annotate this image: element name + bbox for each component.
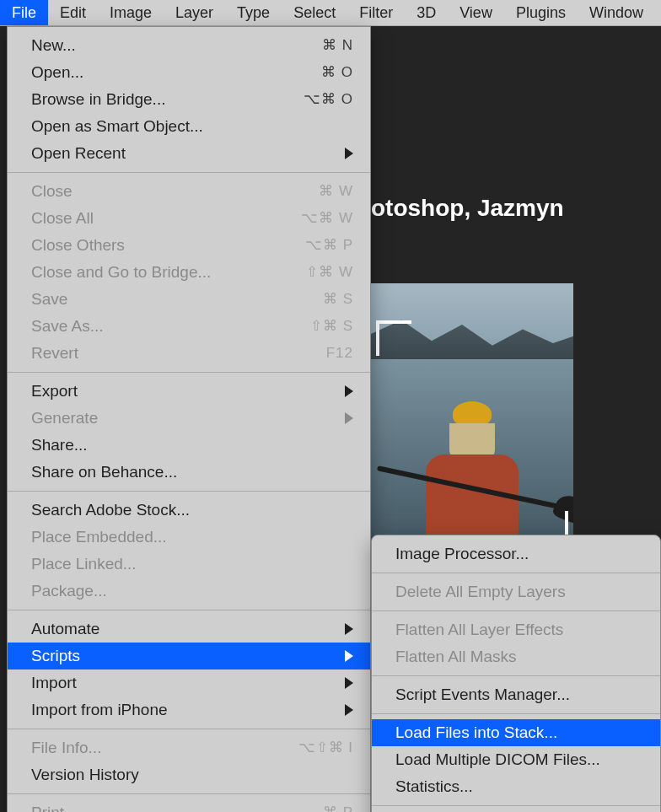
menu-item-label: Print... <box>31 802 78 812</box>
file-menu-item-close-others: Close Others⌥⌘ P <box>8 232 370 259</box>
file-menu-item-separator <box>8 610 370 610</box>
menu-item-shortcut: ⌘ P <box>323 802 353 812</box>
menu-item-label: Place Linked... <box>31 553 137 575</box>
file-menu-item-close-all: Close All⌥⌘ W <box>8 205 370 232</box>
menu-item-shortcut: ⌘ N <box>322 35 353 56</box>
menubar-item-image[interactable]: Image <box>98 0 164 25</box>
menu-item-label: Flatten All Masks <box>395 646 517 668</box>
file-menu-item-file-info: File Info...⌥⇧⌘ I <box>8 734 370 761</box>
scripts-menu-item-separator <box>372 610 660 611</box>
file-menu-item-export[interactable]: Export <box>8 378 370 405</box>
menu-item-label: Revert <box>31 342 78 364</box>
scripts-menu-item-separator <box>372 675 660 676</box>
menubar-item-filter[interactable]: Filter <box>347 0 405 25</box>
file-menu-item-scripts[interactable]: Scripts <box>8 643 370 669</box>
menu-item-label: Place Embedded... <box>31 526 167 548</box>
submenu-arrow-icon <box>345 677 353 689</box>
file-menu-item-share-on-behance[interactable]: Share on Behance... <box>8 459 370 486</box>
menu-item-label: Import from iPhone <box>31 699 168 721</box>
menu-item-label: Image Processor... <box>395 543 529 565</box>
menu-item-label: Load Files into Stack... <box>395 722 557 744</box>
menu-item-label: Load Multiple DICOM Files... <box>395 749 600 771</box>
menubar-item-plugins[interactable]: Plugins <box>504 0 578 25</box>
menu-item-label: Save <box>31 288 67 310</box>
scripts-menu-item-load-multiple-dicom-files[interactable]: Load Multiple DICOM Files... <box>372 746 660 773</box>
menu-item-label: Delete All Empty Layers <box>395 581 566 603</box>
menu-item-shortcut: ⌥⌘ W <box>301 207 353 229</box>
menu-item-label: Close and Go to Bridge... <box>31 261 211 283</box>
menu-item-label: Flatten All Layer Effects <box>395 619 563 641</box>
scripts-menu-item-script-events-manager[interactable]: Script Events Manager... <box>372 681 660 708</box>
file-menu-item-separator <box>8 729 370 729</box>
file-menu-item-import[interactable]: Import <box>8 669 370 696</box>
menu-item-label: Export <box>31 380 78 402</box>
file-menu-item-import-from-iphone[interactable]: Import from iPhone <box>8 696 370 723</box>
submenu-arrow-icon <box>345 385 353 397</box>
menu-item-label: Search Adobe Stock... <box>31 499 190 521</box>
file-menu-item-place-linked: Place Linked... <box>8 551 370 578</box>
scripts-menu-item-statistics[interactable]: Statistics... <box>372 773 660 800</box>
menu-item-label: Import <box>31 672 77 694</box>
file-menu-item-automate[interactable]: Automate <box>8 616 370 643</box>
menubar: FileEditImageLayerTypeSelectFilter3DView… <box>0 0 661 26</box>
file-menu-item-open[interactable]: Open...⌘ O <box>8 59 370 86</box>
menu-item-shortcut: ⇧⌘ W <box>306 261 353 283</box>
menu-item-label: Open Recent <box>31 143 126 164</box>
file-menu-item-save-as: Save As...⇧⌘ S <box>8 313 370 340</box>
menubar-item-layer[interactable]: Layer <box>164 0 225 25</box>
menu-item-label: Close All <box>31 207 94 229</box>
welcome-heading: otoshop, Jazmyn <box>371 195 564 222</box>
menu-item-shortcut: ⌘ S <box>323 288 353 310</box>
menu-item-shortcut: ⌥⇧⌘ I <box>298 737 353 759</box>
scripts-menu-item-flatten-all-layer-effects: Flatten All Layer Effects <box>372 616 660 643</box>
file-menu-item-browse-in-bridge[interactable]: Browse in Bridge...⌥⌘ O <box>8 86 370 113</box>
submenu-arrow-icon <box>345 650 353 662</box>
menubar-item-view[interactable]: View <box>448 0 504 25</box>
file-menu-item-open-recent[interactable]: Open Recent <box>8 140 370 167</box>
file-menu-item-close: Close⌘ W <box>8 178 370 205</box>
scripts-menu-item-flatten-all-masks: Flatten All Masks <box>372 643 660 670</box>
scripts-menu-item-image-processor[interactable]: Image Processor... <box>372 540 660 567</box>
file-menu-item-revert: RevertF12 <box>8 340 370 367</box>
menu-item-label: Scripts <box>31 645 80 667</box>
scripts-menu-item-load-files-into-stack[interactable]: Load Files into Stack... <box>372 719 660 746</box>
submenu-arrow-icon <box>345 412 353 424</box>
file-menu-item-separator <box>8 793 370 794</box>
file-menu: New...⌘ NOpen...⌘ OBrowse in Bridge...⌥⌘… <box>7 26 371 812</box>
scripts-menu-item-delete-all-empty-layers: Delete All Empty Layers <box>372 578 660 605</box>
menubar-item-edit[interactable]: Edit <box>48 0 98 25</box>
menubar-item-3d[interactable]: 3D <box>405 0 448 25</box>
file-menu-item-close-and-go-to-bridge: Close and Go to Bridge...⇧⌘ W <box>8 259 370 286</box>
menu-item-label: Save As... <box>31 315 104 337</box>
file-menu-item-place-embedded: Place Embedded... <box>8 524 370 551</box>
menu-item-label: Open as Smart Object... <box>31 116 203 137</box>
menubar-item-file[interactable]: File <box>0 0 48 25</box>
menu-item-label: Generate <box>31 407 98 429</box>
menu-item-label: Automate <box>31 618 99 640</box>
menubar-item-select[interactable]: Select <box>282 0 347 25</box>
menubar-item-window[interactable]: Window <box>578 0 655 25</box>
file-menu-item-package: Package... <box>8 578 370 605</box>
menu-item-label: Close <box>31 180 73 202</box>
submenu-arrow-icon <box>345 148 353 159</box>
file-menu-item-open-as-smart-object[interactable]: Open as Smart Object... <box>8 113 370 140</box>
menu-item-label: Open... <box>31 62 83 83</box>
file-menu-item-share[interactable]: Share... <box>8 432 370 459</box>
recent-thumbnail[interactable] <box>371 283 573 562</box>
file-menu-item-separator <box>8 491 370 492</box>
menu-item-label: Package... <box>31 580 107 602</box>
menu-item-label: Browse in Bridge... <box>31 89 165 110</box>
file-menu-item-new[interactable]: New...⌘ N <box>8 32 370 59</box>
submenu-arrow-icon <box>345 623 353 635</box>
menu-item-label: Share... <box>31 434 88 456</box>
menu-item-shortcut: ⌘ W <box>319 180 353 202</box>
file-menu-item-generate: Generate <box>8 405 370 432</box>
menu-item-shortcut: ⇧⌘ S <box>310 315 353 337</box>
file-menu-item-search-adobe-stock[interactable]: Search Adobe Stock... <box>8 497 370 524</box>
file-menu-item-print: Print...⌘ P <box>8 799 370 812</box>
menu-item-label: New... <box>31 35 76 56</box>
file-menu-item-separator <box>8 372 370 373</box>
menubar-item-type[interactable]: Type <box>225 0 282 25</box>
file-menu-item-version-history[interactable]: Version History <box>8 761 370 788</box>
menu-item-label: Script Events Manager... <box>395 684 570 706</box>
